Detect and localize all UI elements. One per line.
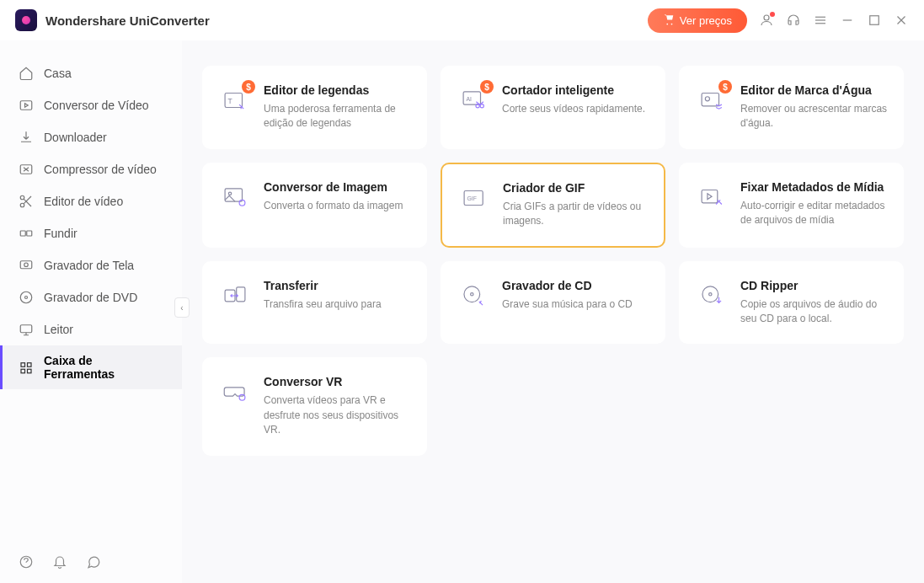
sidebar-item-label: Compressor de vídeo <box>44 163 157 176</box>
svg-rect-21 <box>20 325 32 333</box>
sidebar-item-converter[interactable]: Conversor de Vídeo <box>0 89 182 121</box>
tool-card-cd-ripper[interactable]: CD Ripper Copie os arquivos de áudio do … <box>679 261 904 345</box>
sidebar-item-editor[interactable]: Editor de vídeo <box>0 185 182 217</box>
sidebar-item-home[interactable]: Casa <box>0 57 182 89</box>
card-desc: Corte seus vídeos rapidamente. <box>502 102 649 116</box>
premium-badge-icon: $ <box>480 80 494 94</box>
price-button-label: Ver preços <box>680 14 732 27</box>
sidebar-item-player[interactable]: Leitor <box>0 313 182 345</box>
feedback-icon[interactable] <box>86 554 101 570</box>
hamburger-menu-icon[interactable] <box>813 13 828 28</box>
smart-trimmer-icon: AI $ <box>457 83 490 117</box>
card-title: Conversor de Imagem <box>264 180 411 194</box>
svg-rect-17 <box>20 261 32 269</box>
cd-ripper-icon <box>695 279 729 313</box>
main-content: T $ Editor de legendas Uma poderosa ferr… <box>182 40 924 583</box>
card-desc: Transfira seu arquivo para <box>264 297 411 312</box>
card-desc: Uma poderosa ferramenta de edição de leg… <box>264 102 411 131</box>
subtitle-editor-icon: T $ <box>218 83 252 117</box>
sidebar-item-label: Casa <box>44 67 72 80</box>
svg-text:AI: AI <box>467 96 473 102</box>
svg-point-19 <box>20 292 32 303</box>
home-icon <box>19 66 34 81</box>
svg-point-45 <box>464 286 480 302</box>
maximize-icon[interactable] <box>867 13 882 28</box>
svg-point-46 <box>471 292 473 295</box>
card-title: Editor de legendas <box>264 83 411 97</box>
minimize-icon[interactable] <box>840 13 855 28</box>
svg-rect-8 <box>20 101 32 110</box>
user-account-icon[interactable] <box>759 13 774 28</box>
svg-text:T: T <box>228 97 232 105</box>
sidebar: Casa Conversor de Vídeo Downloader Compr… <box>0 40 182 583</box>
card-title: Conversor VR <box>264 375 411 388</box>
svg-rect-41 <box>702 190 718 202</box>
card-desc: Converta vídeos para VR e desfrute nos s… <box>264 393 411 437</box>
svg-point-36 <box>705 97 709 101</box>
svg-point-32 <box>480 104 483 108</box>
toolbox-icon <box>19 360 34 375</box>
sidebar-item-label: Leitor <box>44 323 73 336</box>
svg-point-20 <box>25 297 28 299</box>
close-icon[interactable] <box>894 13 909 28</box>
svg-marker-42 <box>708 194 712 200</box>
transfer-icon <box>218 279 252 313</box>
sidebar-nav: Casa Conversor de Vídeo Downloader Compr… <box>0 40 182 541</box>
sidebar-item-merge[interactable]: Fundir <box>0 217 182 249</box>
disc-icon <box>19 290 34 305</box>
svg-marker-9 <box>25 104 29 108</box>
video-converter-icon <box>19 98 34 113</box>
tool-card-vr-converter[interactable]: Conversor VR Converta vídeos para VR e d… <box>202 357 427 455</box>
svg-rect-35 <box>702 94 718 106</box>
premium-badge-icon: $ <box>718 80 732 94</box>
svg-rect-5 <box>870 16 879 25</box>
card-desc: Grave sua música para o CD <box>502 297 649 312</box>
sidebar-item-label: Conversor de Vídeo <box>44 99 149 112</box>
download-icon <box>19 130 34 145</box>
help-icon[interactable] <box>19 554 34 570</box>
svg-point-12 <box>20 203 24 207</box>
sidebar-item-dvd-burner[interactable]: Gravador de DVD <box>0 281 182 313</box>
sidebar-item-label: Downloader <box>44 131 107 144</box>
tool-card-smart-trimmer[interactable]: AI $ Cortador inteligente Corte seus víd… <box>441 66 665 149</box>
sidebar-item-label: Gravador de DVD <box>44 291 137 304</box>
tool-card-image-converter[interactable]: Conversor de Imagem Converta o formato d… <box>202 163 427 248</box>
tool-card-transfer[interactable]: Transferir Transfira seu arquivo para <box>202 261 427 345</box>
player-icon <box>19 322 34 337</box>
sidebar-item-compressor[interactable]: Compressor de vídeo <box>0 153 182 185</box>
sidebar-collapse-button[interactable]: ‹ <box>174 297 190 318</box>
tool-card-subtitle-editor[interactable]: T $ Editor de legendas Uma poderosa ferr… <box>202 66 427 149</box>
tool-card-watermark-editor[interactable]: $ Editor de Marca d'Água Remover ou acre… <box>679 66 904 149</box>
svg-rect-22 <box>21 363 25 367</box>
cart-icon <box>663 13 675 28</box>
support-headset-icon[interactable] <box>786 13 801 28</box>
sidebar-item-screen-recorder[interactable]: Gravador de Tela <box>0 249 182 281</box>
card-title: Cortador inteligente <box>502 83 649 97</box>
gif-maker-icon: GIF <box>457 181 491 215</box>
watermark-icon: $ <box>695 83 729 117</box>
card-title: CD Ripper <box>740 279 888 292</box>
bell-icon[interactable] <box>52 554 67 570</box>
sidebar-item-label: Fundir <box>44 227 77 240</box>
sidebar-item-toolbox[interactable]: Caixa de Ferramentas <box>0 345 182 389</box>
tool-card-fix-metadata[interactable]: Fixar Metadados de Mídia Auto-corrigir e… <box>679 163 904 248</box>
scissors-icon <box>19 194 34 209</box>
card-desc: Cria GIFs a partir de vídeos ou imagens. <box>503 200 649 229</box>
view-prices-button[interactable]: Ver preços <box>648 8 747 33</box>
tools-grid: T $ Editor de legendas Uma poderosa ferr… <box>202 66 904 456</box>
cd-burner-icon <box>457 279 490 313</box>
tool-card-cd-burner[interactable]: Gravador de CD Grave sua música para o C… <box>441 261 665 345</box>
svg-rect-16 <box>27 231 32 236</box>
sidebar-footer <box>0 541 182 583</box>
sidebar-item-downloader[interactable]: Downloader <box>0 121 182 153</box>
svg-rect-24 <box>21 369 25 373</box>
image-converter-icon <box>218 180 252 214</box>
tool-card-gif-maker[interactable]: GIF Criador de GIF Cria GIFs a partir de… <box>441 163 665 248</box>
card-title: Gravador de CD <box>502 279 649 292</box>
metadata-icon <box>695 180 729 214</box>
app-logo-icon <box>15 9 37 31</box>
card-desc: Auto-corrigir e editar metadados de arqu… <box>740 199 888 228</box>
svg-point-18 <box>24 263 29 267</box>
sidebar-item-label: Gravador de Tela <box>44 259 134 272</box>
svg-rect-25 <box>28 369 32 373</box>
